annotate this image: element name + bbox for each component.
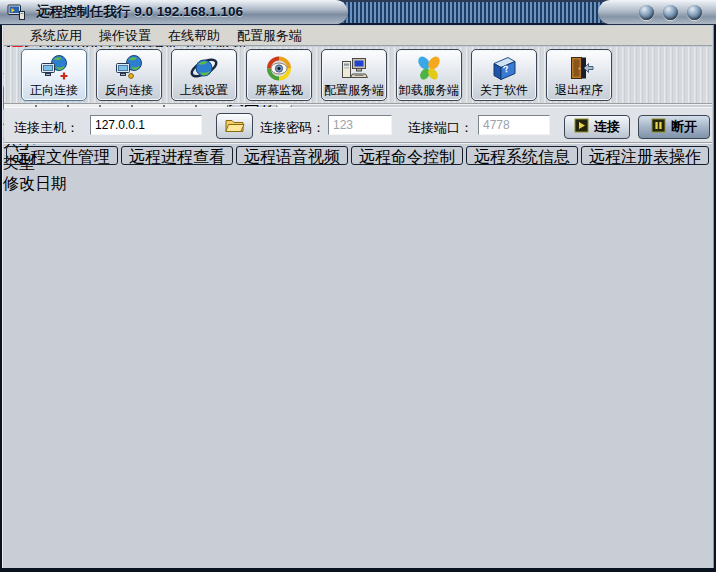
- toolbar-button-label: 反向连接: [105, 83, 153, 97]
- disconnect-button[interactable]: 断开: [638, 115, 710, 139]
- menu-item-1[interactable]: 操作设置: [99, 27, 151, 45]
- minimize-button[interactable]: [639, 5, 654, 20]
- app-window: 远程控制任我行 9.0 192.168.1.106 系统应用操作设置在线帮助配置…: [0, 0, 716, 572]
- window-title: 远程控制任我行 9.0 192.168.1.106: [36, 3, 243, 21]
- titlebar-right-cap: [598, 0, 716, 25]
- uninstall-server-icon: [414, 52, 444, 83]
- maximize-button[interactable]: [663, 5, 678, 20]
- reverse-connect-icon: [114, 52, 144, 83]
- uninstall-server-button[interactable]: 卸载服务端: [396, 49, 462, 101]
- app-icon: [7, 4, 26, 21]
- port-input[interactable]: [478, 115, 550, 135]
- toolbar-button-label: 上线设置: [180, 83, 228, 97]
- tab-0[interactable]: 远程文件管理: [6, 146, 118, 165]
- screen-monitor-button[interactable]: 屏幕监视: [246, 49, 312, 101]
- main-toolbar: 正向连接反向连接上线设置屏幕监视配置服务端卸载服务端?关于软件退出程序: [4, 47, 712, 105]
- browse-hosts-button[interactable]: [216, 113, 253, 139]
- configure-server-icon: [339, 52, 369, 83]
- password-input[interactable]: [328, 115, 392, 135]
- configure-server-button[interactable]: 配置服务端: [321, 49, 387, 101]
- connection-bar: 连接主机： 连接密码： 连接端口： 连接 断开: [4, 107, 712, 144]
- toolbar-button-label: 关于软件: [480, 83, 528, 97]
- pause-icon: [651, 118, 666, 136]
- titlebar-stripes: [330, 2, 604, 23]
- about-book-button[interactable]: ?关于软件: [471, 49, 537, 101]
- toolbar-button-label: 正向连接: [30, 83, 78, 97]
- about-book-icon: ?: [489, 52, 519, 83]
- forward-connect-button[interactable]: 正向连接: [21, 49, 87, 101]
- screen-monitor-icon: [264, 52, 294, 83]
- menu-item-3[interactable]: 配置服务端: [237, 27, 302, 45]
- tab-5[interactable]: 远程注册表操作: [581, 146, 709, 165]
- host-label: 连接主机：: [14, 119, 79, 137]
- open-folder-icon: [224, 117, 245, 136]
- password-label: 连接密码：: [260, 119, 325, 137]
- titlebar-left-cap: 远程控制任我行 9.0 192.168.1.106: [0, 0, 348, 25]
- toolbar-button-label: 配置服务端: [324, 83, 384, 97]
- tab-1[interactable]: 远程进程查看: [121, 146, 233, 165]
- toolbar-button-label: 屏幕监视: [255, 83, 303, 97]
- window-body: 系统应用操作设置在线帮助配置服务端 正向连接反向连接上线设置屏幕监视配置服务端卸…: [2, 25, 714, 568]
- port-label: 连接端口：: [408, 119, 473, 137]
- play-icon: [574, 118, 589, 136]
- tab-3[interactable]: 远程命令控制: [351, 146, 463, 165]
- close-button[interactable]: [687, 5, 702, 20]
- menu-item-2[interactable]: 在线帮助: [168, 27, 220, 45]
- menu-bar: 系统应用操作设置在线帮助配置服务端: [4, 26, 712, 46]
- connect-button-label: 连接: [594, 118, 620, 136]
- tab-bar: 远程文件管理远程进程查看远程语音视频远程命令控制远程系统信息远程注册表操作: [6, 146, 709, 166]
- disconnect-button-label: 断开: [671, 118, 697, 136]
- title-bar[interactable]: 远程控制任我行 9.0 192.168.1.106: [0, 0, 716, 25]
- toolbar-button-label: 卸载服务端: [399, 83, 459, 97]
- menu-item-0[interactable]: 系统应用: [30, 27, 82, 45]
- tab-4[interactable]: 远程系统信息: [466, 146, 578, 165]
- forward-connect-icon: [39, 52, 69, 83]
- connect-button[interactable]: 连接: [564, 115, 630, 139]
- tab-2[interactable]: 远程语音视频: [236, 146, 348, 165]
- exit-door-button[interactable]: 退出程序: [546, 49, 612, 101]
- exit-door-icon: [564, 52, 594, 83]
- reverse-connect-button[interactable]: 反向连接: [96, 49, 162, 101]
- toolbar-button-label: 退出程序: [555, 83, 603, 97]
- online-settings-button[interactable]: 上线设置: [171, 49, 237, 101]
- online-settings-icon: [189, 52, 219, 83]
- host-input[interactable]: [90, 115, 202, 135]
- column-header-3[interactable]: 修改日期: [3, 174, 713, 195]
